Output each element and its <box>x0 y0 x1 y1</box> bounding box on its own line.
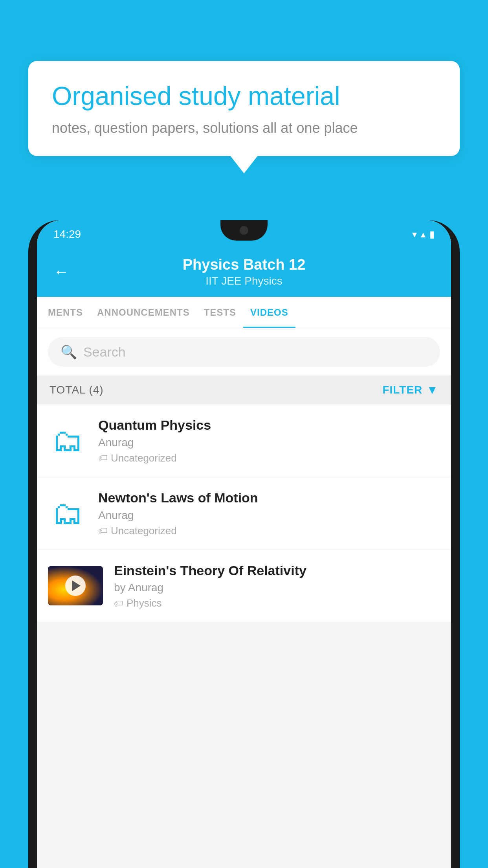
tag-label: Uncategorized <box>111 525 177 537</box>
status-time: 14:29 <box>53 228 81 241</box>
camera-icon <box>240 226 248 235</box>
tab-tests[interactable]: TESTS <box>197 297 243 328</box>
filter-icon: ▼ <box>426 383 438 397</box>
search-icon: 🔍 <box>61 344 77 360</box>
video-tag: 🏷 Uncategorized <box>98 452 440 464</box>
phone-screen: 14:29 ▾ ▴ ▮ ← Physics Batch 12 IIT JEE P… <box>37 220 451 868</box>
tab-videos[interactable]: VIDEOS <box>243 297 295 328</box>
video-author: by Anurag <box>114 581 440 594</box>
search-container: 🔍 Search <box>37 328 451 375</box>
status-icons: ▾ ▴ ▮ <box>412 229 435 240</box>
status-bar: 14:29 ▾ ▴ ▮ <box>37 220 451 248</box>
list-item[interactable]: Einstein's Theory Of Relativity by Anura… <box>37 550 451 623</box>
video-info: Quantum Physics Anurag 🏷 Uncategorized <box>98 417 440 464</box>
phone-frame: 14:29 ▾ ▴ ▮ ← Physics Batch 12 IIT JEE P… <box>28 220 460 868</box>
notch <box>220 220 268 241</box>
video-info: Newton's Laws of Motion Anurag 🏷 Uncateg… <box>98 490 440 537</box>
video-info: Einstein's Theory Of Relativity by Anura… <box>114 563 440 610</box>
search-box[interactable]: 🔍 Search <box>48 337 440 367</box>
video-author: Anurag <box>98 436 440 449</box>
search-input[interactable]: Search <box>83 344 126 360</box>
tag-icon: 🏷 <box>98 452 108 463</box>
header-title-area: Physics Batch 12 IIT JEE Physics <box>79 256 409 287</box>
back-button[interactable]: ← <box>53 263 69 281</box>
battery-icon: ▮ <box>429 229 435 240</box>
header-tags: IIT JEE Physics <box>79 275 409 287</box>
video-title: Newton's Laws of Motion <box>98 490 440 506</box>
play-icon <box>72 580 81 591</box>
video-title: Quantum Physics <box>98 417 440 433</box>
list-item[interactable]: 🗂 Quantum Physics Anurag 🏷 Uncategorized <box>37 405 451 477</box>
wifi-icon: ▾ <box>412 229 417 240</box>
video-thumbnail <box>48 566 103 605</box>
filter-label: FILTER <box>382 384 422 396</box>
tab-ments[interactable]: MENTS <box>41 297 90 328</box>
filter-button[interactable]: FILTER ▼ <box>382 383 438 397</box>
folder-icon-wrap: 🗂 <box>48 425 87 456</box>
folder-icon: 🗂 <box>52 498 83 529</box>
folder-icon-wrap: 🗂 <box>48 498 87 529</box>
signal-icon: ▴ <box>421 229 426 240</box>
bubble-title: Organised study material <box>52 81 436 111</box>
tabs-bar: MENTS ANNOUNCEMENTS TESTS VIDEOS <box>37 297 451 328</box>
batch-name: Physics Batch 12 <box>79 256 409 273</box>
video-title: Einstein's Theory Of Relativity <box>114 563 440 579</box>
tag-icon: 🏷 <box>114 598 123 609</box>
app-header: ← Physics Batch 12 IIT JEE Physics <box>37 248 451 297</box>
video-tag: 🏷 Uncategorized <box>98 525 440 537</box>
video-author: Anurag <box>98 509 440 522</box>
tag-icon: 🏷 <box>98 525 108 536</box>
tab-announcements[interactable]: ANNOUNCEMENTS <box>90 297 197 328</box>
filter-bar: TOTAL (4) FILTER ▼ <box>37 375 451 405</box>
bubble-subtitle: notes, question papers, solutions all at… <box>52 120 436 136</box>
tag-label: Physics <box>127 597 162 609</box>
video-list: 🗂 Quantum Physics Anurag 🏷 Uncategorized… <box>37 405 451 622</box>
tag-label: Uncategorized <box>111 452 177 464</box>
folder-icon: 🗂 <box>52 425 83 456</box>
list-item[interactable]: 🗂 Newton's Laws of Motion Anurag 🏷 Uncat… <box>37 477 451 550</box>
video-tag: 🏷 Physics <box>114 597 440 609</box>
total-count: TOTAL (4) <box>50 384 104 396</box>
speech-bubble: Organised study material notes, question… <box>28 61 460 156</box>
